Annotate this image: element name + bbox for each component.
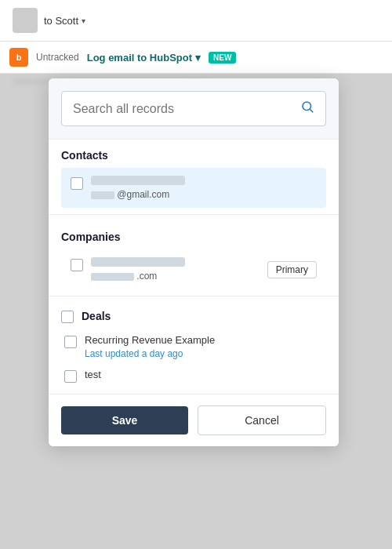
primary-badge: Primary — [267, 261, 317, 278]
deal-name-0: Recurring Revenue Example — [85, 334, 215, 346]
companies-section-title: Companies — [61, 231, 326, 243]
deal-checkbox-1[interactable] — [64, 370, 77, 383]
contact-checkbox[interactable] — [71, 177, 83, 190]
log-email-button[interactable]: Log email to HubSpot ▾ — [87, 52, 201, 64]
deal-row-0[interactable]: Recurring Revenue Example Last updated a… — [61, 329, 326, 364]
contact-record-row[interactable]: @gmail.com — [61, 168, 326, 208]
email-to: to Scott ▾ — [44, 15, 85, 27]
save-button[interactable]: Save — [61, 406, 188, 434]
hubspot-toolbar: b Untracked Log email to HubSpot ▾ NEW — [0, 42, 392, 74]
email-to-label: to Scott — [44, 15, 78, 27]
company-name-bar — [91, 257, 185, 267]
svg-line-1 — [310, 109, 312, 111]
log-email-modal: Contacts @gmail.com Companies .com — [49, 78, 339, 446]
companies-section: Companies .com Primary — [49, 221, 339, 289]
deals-header-row: Deals — [61, 309, 326, 323]
cancel-button[interactable]: Cancel — [198, 405, 326, 435]
deal-info-1: test — [85, 369, 101, 383]
company-checkbox[interactable] — [71, 259, 83, 271]
divider-2 — [49, 296, 339, 296]
avatar — [13, 8, 38, 33]
modal-footer: Save Cancel — [49, 394, 339, 446]
new-badge: NEW — [209, 52, 236, 64]
chevron-down-icon: ▾ — [195, 52, 201, 64]
chevron-down-icon[interactable]: ▾ — [82, 16, 85, 25]
company-domain: .com — [91, 271, 260, 282]
deal-name-1: test — [85, 369, 101, 380]
search-box — [61, 91, 326, 126]
deal-checkbox-0[interactable] — [64, 336, 77, 348]
deal-row-1[interactable]: test — [61, 364, 326, 387]
company-info: .com — [91, 257, 260, 282]
divider-1 — [49, 214, 339, 215]
deal-updated-0: Last updated a day ago — [85, 348, 215, 359]
deal-info-0: Recurring Revenue Example Last updated a… — [85, 334, 215, 359]
contact-email: @gmail.com — [91, 189, 317, 200]
deals-section-checkbox[interactable] — [61, 311, 74, 323]
contact-info: @gmail.com — [91, 176, 317, 200]
untracked-label: Untracked — [36, 52, 79, 63]
deals-section: Deals Recurring Revenue Example Last upd… — [49, 303, 339, 387]
contacts-section: Contacts @gmail.com — [49, 140, 339, 208]
email-header: to Scott ▾ — [0, 0, 392, 42]
contacts-section-title: Contacts — [61, 149, 326, 162]
company-record-row[interactable]: .com Primary — [61, 249, 326, 289]
hubspot-logo-icon: b — [9, 48, 28, 67]
search-icon — [300, 100, 314, 118]
search-area — [49, 78, 339, 140]
deals-section-title: Deals — [82, 310, 111, 322]
search-input[interactable] — [73, 102, 294, 116]
contact-name-bar — [91, 176, 185, 185]
